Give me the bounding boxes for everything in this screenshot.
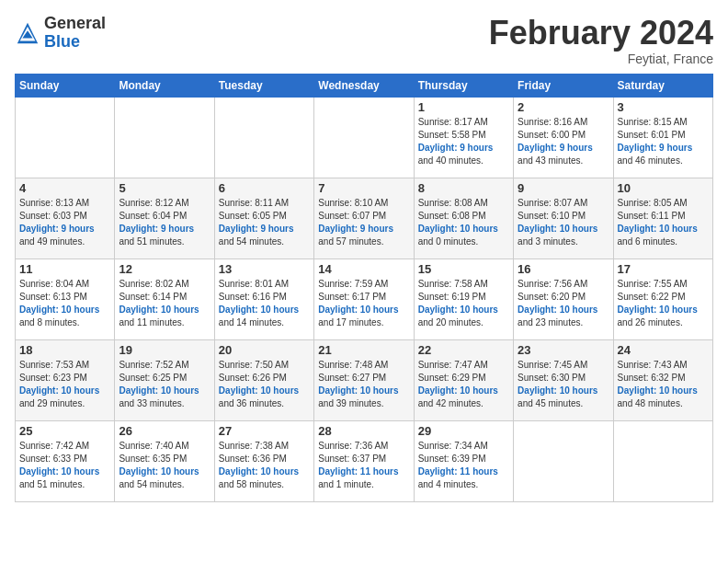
calendar-cell: 13Sunrise: 8:01 AMSunset: 6:16 PMDayligh… [214,259,313,339]
day-number: 13 [219,262,310,276]
calendar-cell [314,97,414,178]
day-info: Sunrise: 7:45 AMSunset: 6:30 PMDaylight:… [518,359,609,410]
daylight-minutes: and 11 minutes. [119,317,184,327]
weekday-header-saturday: Saturday [613,74,712,97]
sunrise-text: Sunrise: 7:59 AM [318,279,388,289]
day-info: Sunrise: 8:17 AMSunset: 5:58 PMDaylight:… [418,116,509,167]
day-info: Sunrise: 8:11 AMSunset: 6:05 PMDaylight:… [219,197,310,248]
day-info: Sunrise: 7:50 AMSunset: 6:26 PMDaylight:… [219,359,310,410]
day-number: 9 [518,181,609,195]
calendar-cell [115,97,214,178]
sunset-text: Sunset: 6:39 PM [418,454,486,464]
calendar-cell: 10Sunrise: 8:05 AMSunset: 6:11 PMDayligh… [613,178,712,259]
logo-icon [15,20,40,46]
calendar-cell: 16Sunrise: 7:56 AMSunset: 6:20 PMDayligh… [514,259,613,339]
sunrise-text: Sunrise: 8:17 AM [418,117,488,127]
day-info: Sunrise: 7:40 AMSunset: 6:35 PMDaylight:… [119,440,210,491]
day-number: 19 [119,343,210,357]
sunrise-text: Sunrise: 7:38 AM [219,441,289,451]
location-text: Feytiat, France [489,52,713,66]
sunrise-text: Sunrise: 8:15 AM [618,117,688,127]
sunset-text: Sunset: 6:11 PM [618,211,686,221]
day-info: Sunrise: 8:08 AMSunset: 6:08 PMDaylight:… [418,197,509,248]
daylight-label: Daylight: 10 hours [618,304,698,315]
daylight-minutes: and 51 minutes. [19,479,85,489]
weekday-header-wednesday: Wednesday [314,74,414,97]
day-number: 4 [19,181,110,195]
sunset-text: Sunset: 6:08 PM [418,211,486,221]
daylight-minutes: and 36 minutes. [219,398,284,408]
day-info: Sunrise: 8:05 AMSunset: 6:11 PMDaylight:… [618,197,709,248]
sunrise-text: Sunrise: 8:12 AM [119,198,188,208]
daylight-minutes: and 17 minutes. [318,317,383,327]
calendar-cell [613,420,712,501]
sunset-text: Sunset: 6:25 PM [119,373,187,383]
daylight-label: Daylight: 9 hours [119,224,194,234]
daylight-label: Daylight: 10 hours [119,304,199,315]
daylight-minutes: and 43 minutes. [518,155,583,166]
day-number: 25 [19,424,110,438]
sunset-text: Sunset: 6:03 PM [19,211,87,221]
daylight-label: Daylight: 10 hours [518,304,597,315]
sunset-text: Sunset: 6:13 PM [19,292,87,302]
sunset-text: Sunset: 6:32 PM [618,373,686,383]
sunset-text: Sunset: 6:00 PM [518,130,586,140]
sunrise-text: Sunrise: 7:47 AM [418,360,488,370]
calendar-cell: 5Sunrise: 8:12 AMSunset: 6:04 PMDaylight… [115,178,214,259]
day-number: 24 [618,343,709,357]
daylight-minutes: and 29 minutes. [19,398,85,408]
daylight-label: Daylight: 10 hours [618,385,698,396]
daylight-label: Daylight: 11 hours [418,466,498,477]
sunrise-text: Sunrise: 7:55 AM [618,279,688,289]
day-number: 12 [119,262,210,276]
calendar-cell [514,420,613,501]
day-number: 20 [219,343,310,357]
day-number: 26 [119,424,210,438]
daylight-label: Daylight: 9 hours [418,143,494,153]
calendar-cell: 20Sunrise: 7:50 AMSunset: 6:26 PMDayligh… [214,339,313,420]
sunset-text: Sunset: 6:22 PM [618,292,686,302]
sunrise-text: Sunrise: 7:53 AM [19,360,89,370]
daylight-label: Daylight: 11 hours [318,466,398,477]
daylight-minutes: and 45 minutes. [518,398,583,408]
logo-general-text: General [44,14,106,32]
sunrise-text: Sunrise: 8:05 AM [618,198,688,208]
calendar-cell: 8Sunrise: 8:08 AMSunset: 6:08 PMDaylight… [414,178,513,259]
sunrise-text: Sunrise: 8:01 AM [219,279,289,289]
day-number: 17 [618,262,709,276]
page-header: General Blue February 2024 Feytiat, Fran… [15,15,713,66]
daylight-minutes: and 33 minutes. [119,398,184,408]
day-info: Sunrise: 8:12 AMSunset: 6:04 PMDaylight:… [119,197,210,248]
daylight-label: Daylight: 10 hours [119,466,199,477]
sunrise-text: Sunrise: 7:36 AM [318,441,388,451]
daylight-minutes: and 46 minutes. [618,155,683,166]
sunset-text: Sunset: 6:14 PM [119,292,187,302]
weekday-header-tuesday: Tuesday [214,74,313,97]
day-info: Sunrise: 7:53 AMSunset: 6:23 PMDaylight:… [19,359,110,410]
day-info: Sunrise: 7:58 AMSunset: 6:19 PMDaylight:… [418,278,509,329]
week-row-1: 1Sunrise: 8:17 AMSunset: 5:58 PMDaylight… [16,97,713,178]
daylight-label: Daylight: 9 hours [618,143,693,153]
daylight-label: Daylight: 10 hours [318,304,398,315]
sunset-text: Sunset: 6:35 PM [119,454,187,464]
daylight-minutes: and 58 minutes. [219,479,284,489]
week-row-5: 25Sunrise: 7:42 AMSunset: 6:33 PMDayligh… [16,420,713,501]
calendar-cell [16,97,115,178]
calendar-cell: 9Sunrise: 8:07 AMSunset: 6:10 PMDaylight… [514,178,613,259]
calendar-cell: 7Sunrise: 8:10 AMSunset: 6:07 PMDaylight… [314,178,414,259]
daylight-label: Daylight: 10 hours [219,304,299,315]
daylight-label: Daylight: 10 hours [219,466,299,477]
weekday-header-monday: Monday [115,74,214,97]
sunrise-text: Sunrise: 7:34 AM [418,441,488,451]
daylight-label: Daylight: 9 hours [219,224,294,234]
sunset-text: Sunset: 6:36 PM [219,454,287,464]
day-number: 1 [418,100,509,114]
calendar-cell: 19Sunrise: 7:52 AMSunset: 6:25 PMDayligh… [115,339,214,420]
calendar-cell: 11Sunrise: 8:04 AMSunset: 6:13 PMDayligh… [16,259,115,339]
weekday-header-thursday: Thursday [414,74,513,97]
daylight-label: Daylight: 9 hours [518,143,593,153]
sunset-text: Sunset: 6:29 PM [418,373,486,383]
daylight-minutes: and 49 minutes. [19,236,85,247]
sunset-text: Sunset: 6:27 PM [318,373,386,383]
day-info: Sunrise: 7:48 AMSunset: 6:27 PMDaylight:… [318,359,409,410]
